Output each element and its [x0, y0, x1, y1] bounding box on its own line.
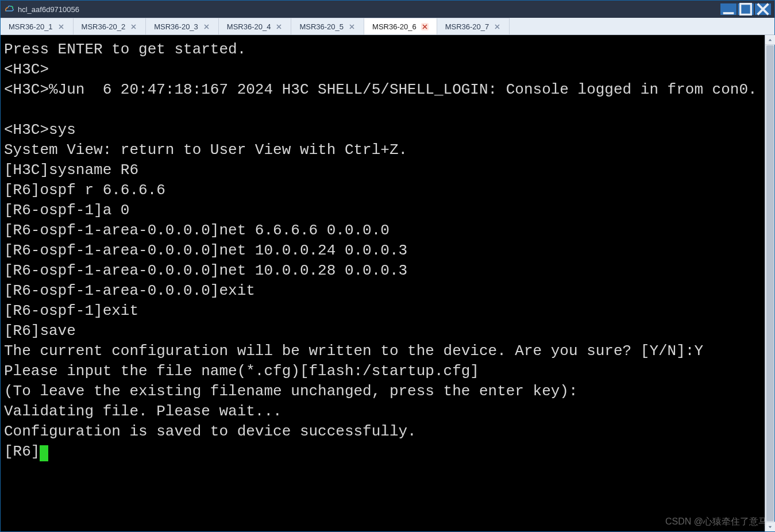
tab-MSR36-20_7[interactable]: MSR36-20_7: [437, 18, 510, 34]
titlebar: hcl_aaf6d9710056: [1, 1, 774, 18]
tab-label: MSR36-20_2: [82, 22, 126, 31]
terminal-line: [R6-ospf-1-area-0.0.0.0]net 10.0.0.28 0.…: [4, 261, 761, 281]
tab-close-icon[interactable]: [421, 23, 429, 30]
terminal-line: Press ENTER to get started.: [4, 40, 761, 60]
tab-close-icon[interactable]: [493, 23, 501, 30]
terminal-line: [R6]save: [4, 321, 761, 341]
tab-MSR36-20_3[interactable]: MSR36-20_3: [146, 18, 219, 34]
close-button[interactable]: [755, 3, 771, 15]
scrollbar-up-button[interactable]: [765, 35, 775, 45]
terminal-line: [R6]ospf r 6.6.6.6: [4, 180, 761, 201]
tab-label: MSR36-20_1: [9, 22, 53, 31]
terminal-line: Please input the file name(*.cfg)[flash:…: [4, 361, 761, 381]
terminal-line: System View: return to User View with Ct…: [4, 140, 761, 160]
window-title: hcl_aaf6d9710056: [18, 5, 79, 14]
terminal-line: [R6-ospf-1-area-0.0.0.0]exit: [4, 281, 761, 301]
terminal-line: [R6-ospf-1]exit: [4, 301, 761, 321]
minimize-button[interactable]: [720, 3, 737, 15]
tab-label: MSR36-20_5: [299, 22, 344, 31]
maximize-button[interactable]: [738, 3, 754, 15]
tab-close-icon[interactable]: [203, 23, 210, 30]
tab-close-icon[interactable]: [130, 23, 137, 30]
tab-MSR36-20_5[interactable]: MSR36-20_5: [291, 18, 364, 34]
tab-label: MSR36-20_4: [227, 22, 271, 31]
tab-MSR36-20_6[interactable]: MSR36-20_6: [364, 18, 437, 34]
tab-bar: MSR36-20_1MSR36-20_2MSR36-20_3MSR36-20_4…: [1, 18, 774, 35]
svg-rect-1: [741, 4, 751, 15]
vertical-scrollbar[interactable]: [765, 35, 774, 531]
tab-close-icon[interactable]: [275, 23, 283, 30]
tab-close-icon[interactable]: [57, 23, 65, 30]
terminal-line: Validating file. Please wait...: [4, 402, 761, 422]
terminal-line: [4, 100, 761, 120]
terminal-line: [R6-ospf-1-area-0.0.0.0]net 10.0.0.24 0.…: [4, 241, 761, 261]
tab-MSR36-20_4[interactable]: MSR36-20_4: [219, 18, 292, 34]
terminal-line: <H3C>: [4, 60, 761, 80]
terminal-wrap: Press ENTER to get started.<H3C><H3C>%Ju…: [1, 35, 774, 531]
scrollbar-thumb[interactable]: [766, 45, 774, 521]
terminal-prompt-line: [R6]: [4, 442, 761, 462]
terminal-line: <H3C>%Jun 6 20:47:18:167 2024 H3C SHELL/…: [4, 80, 761, 100]
app-logo-icon: [4, 4, 14, 14]
terminal-line: [R6-ospf-1-area-0.0.0.0]net 6.6.6.6 0.0.…: [4, 221, 761, 241]
tab-close-icon[interactable]: [348, 23, 356, 30]
tab-label: MSR36-20_6: [372, 22, 417, 31]
tab-label: MSR36-20_3: [154, 22, 198, 31]
tab-MSR36-20_2[interactable]: MSR36-20_2: [74, 18, 146, 34]
terminal-prompt: [R6]: [4, 443, 40, 460]
terminal-line: [H3C]sysname R6: [4, 160, 761, 180]
terminal-line: [R6-ospf-1]a 0: [4, 201, 761, 221]
scrollbar-down-button[interactable]: [765, 522, 775, 531]
terminal-cursor: [40, 445, 48, 461]
tab-MSR36-20_1[interactable]: MSR36-20_1: [1, 18, 74, 34]
terminal-line: Configuration is saved to device success…: [4, 422, 761, 442]
terminal-line: The current configuration will be writte…: [4, 341, 761, 361]
app-window: hcl_aaf6d9710056 MSR36-20_1MSR36-20_2MSR…: [0, 0, 775, 532]
terminal[interactable]: Press ENTER to get started.<H3C><H3C>%Ju…: [1, 35, 765, 531]
terminal-line: <H3C>sys: [4, 120, 761, 140]
terminal-line: (To leave the existing filename unchange…: [4, 381, 761, 402]
tab-label: MSR36-20_7: [445, 22, 489, 31]
